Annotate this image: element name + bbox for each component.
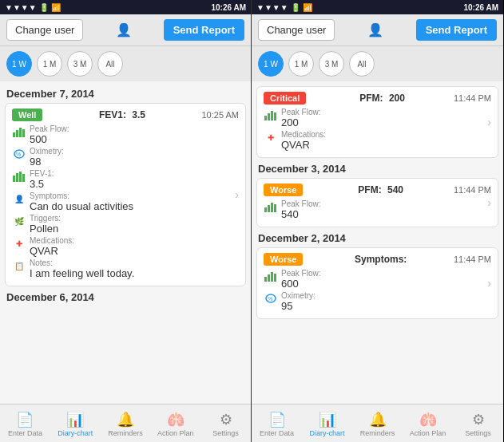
- peak-flow-label: Peak Flow:: [30, 124, 69, 133]
- battery-icon-right: 🔋: [291, 3, 300, 12]
- pfm-label-critical: PFM: 200: [359, 93, 405, 104]
- nav-action-plan-right[interactable]: 🫁 Action Plan: [403, 408, 453, 440]
- filter-1w-right[interactable]: 1 W: [258, 51, 284, 77]
- nav-enter-data-right[interactable]: 📄 Enter Data: [252, 408, 302, 440]
- settings-icon-right: ⚙: [472, 411, 485, 428]
- status-bar-left: ▼▼▼▼ 🔋 📶 10:26 AM: [0, 0, 251, 14]
- filter-1w-left[interactable]: 1 W: [6, 51, 32, 77]
- medications-label: Medications:: [30, 236, 74, 245]
- svg-rect-8: [19, 172, 22, 182]
- card-time-critical: 11:44 PM: [454, 93, 491, 103]
- peak-flow-icon-worse1: [264, 199, 278, 214]
- svg-rect-21: [274, 274, 276, 282]
- bottom-nav-right: 📄 Enter Data 📊 Diary-chart 🔔 Reminders 🫁…: [252, 404, 503, 442]
- medications-icon-critical: ✚: [264, 130, 278, 144]
- peak-flow-label-worse2: Peak Flow:: [281, 269, 320, 278]
- status-time-right: 10:26 AM: [463, 3, 498, 12]
- notes-icon: 📋: [12, 258, 26, 273]
- user-profile-icon-left: 👤: [116, 22, 132, 37]
- fev1-row-content: FEV-1: 3.5: [30, 169, 54, 190]
- filter-all-left[interactable]: All: [97, 51, 123, 77]
- card-header-worse-2: Worse Symptoms: 11:44 PM: [264, 253, 491, 266]
- card-chevron-worse1: ›: [487, 196, 491, 209]
- row-fev1: FEV-1: 3.5: [12, 169, 239, 190]
- oximetry-label: Oximetry:: [30, 147, 64, 156]
- peak-flow-value-worse2: 600: [281, 278, 299, 290]
- signal-icon: ▼▼▼▼: [5, 3, 37, 12]
- content-left[interactable]: December 7, 2014 Well FEV1: 3.5 10:25 AM…: [0, 81, 251, 404]
- nav-reminders-right[interactable]: 🔔 Reminders: [352, 408, 403, 440]
- date-dec2: December 2, 2014: [252, 229, 503, 246]
- action-plan-label-left: Action Plan: [157, 429, 194, 437]
- peak-flow-icon: [12, 124, 26, 139]
- card-header-critical: Critical PFM: 200 11:44 PM: [264, 92, 491, 105]
- row-medications: ✚ Medications: QVAR: [12, 236, 239, 257]
- change-user-button-left[interactable]: Change user: [6, 19, 83, 41]
- filter-3m-left[interactable]: 3 M: [67, 51, 93, 77]
- nav-diary-chart-left[interactable]: 📊 Diary-chart: [50, 408, 101, 440]
- svg-rect-9: [22, 174, 25, 182]
- reminders-icon-left: 🔔: [117, 411, 134, 428]
- entry-card-worse-2[interactable]: Worse Symptoms: 11:44 PM Peak Flow: 600 …: [256, 247, 498, 319]
- peak-flow-content-critical: Peak Flow: 200: [281, 108, 320, 128]
- status-badge-critical: Critical: [264, 92, 306, 105]
- svg-rect-18: [264, 277, 267, 282]
- triggers-icon: 🌿: [12, 214, 26, 228]
- action-plan-label-right: Action Plan: [410, 429, 446, 437]
- pfm-label-worse2: Symptoms:: [355, 254, 407, 265]
- change-user-button-right[interactable]: Change user: [258, 19, 335, 41]
- nav-settings-left[interactable]: ⚙ Settings: [200, 408, 251, 440]
- card-chevron-left: ›: [235, 188, 239, 201]
- change-user-label-right: Change user: [267, 24, 326, 36]
- card-header-worse-1: Worse PFM: 540 11:44 PM: [264, 184, 491, 196]
- symptoms-content: Symptoms: Can do usual activities: [30, 191, 133, 212]
- oximetry-icon-worse2: %: [264, 291, 278, 306]
- row-medications-critical: ✚ Medications: QVAR: [264, 130, 491, 151]
- card-time-worse1: 11:44 PM: [454, 185, 491, 195]
- fev1-row-value: 3.5: [30, 178, 44, 190]
- nav-settings-right[interactable]: ⚙ Settings: [453, 408, 503, 440]
- svg-text:%: %: [268, 296, 272, 302]
- action-plan-icon-left: 🫁: [167, 411, 185, 428]
- status-badge-worse-1: Worse: [264, 184, 303, 196]
- send-report-label-right: Send Report: [426, 24, 487, 36]
- svg-rect-12: [271, 111, 273, 120]
- medications-content: Medications: QVAR: [30, 236, 74, 257]
- change-user-label-left: Change user: [15, 24, 74, 36]
- entry-card-worse-1[interactable]: Worse PFM: 540 11:44 PM Peak Flow: 540 ›: [256, 178, 498, 227]
- peak-flow-value-worse1: 540: [281, 208, 299, 220]
- peak-flow-icon-worse2: [264, 269, 278, 283]
- filter-all-right[interactable]: All: [349, 51, 375, 77]
- status-bar-right: ▼▼▼▼ 🔋 📶 10:26 AM: [252, 0, 503, 14]
- entry-card-well[interactable]: Well FEV1: 3.5 10:25 AM Peak Flow: 500 %: [5, 103, 246, 286]
- svg-rect-13: [274, 112, 276, 120]
- svg-rect-10: [264, 116, 267, 120]
- svg-rect-17: [274, 204, 276, 212]
- filter-tabs-left: 1 W 1 M 3 M All: [0, 46, 251, 81]
- nav-reminders-left[interactable]: 🔔 Reminders: [101, 408, 151, 440]
- oximetry-value-worse2: 95: [281, 300, 292, 312]
- notes-value: I am feeling well today.: [30, 267, 134, 279]
- pfm-label-worse1: PFM: 540: [358, 184, 403, 195]
- filter-3m-right[interactable]: 3 M: [319, 51, 344, 77]
- card-time-worse2: 11:44 PM: [454, 255, 491, 264]
- nav-enter-data-left[interactable]: 📄 Enter Data: [0, 408, 50, 440]
- entry-card-critical[interactable]: Critical PFM: 200 11:44 PM Peak Flow: 20…: [256, 86, 498, 158]
- filter-1m-right[interactable]: 1 M: [288, 51, 314, 77]
- row-peak-flow-worse1: Peak Flow: 540: [264, 199, 491, 220]
- nav-action-plan-left[interactable]: 🫁 Action Plan: [150, 408, 200, 440]
- filter-1m-left[interactable]: 1 M: [37, 51, 62, 77]
- send-report-button-left[interactable]: Send Report: [164, 19, 244, 41]
- triggers-value: Pollen: [30, 223, 58, 235]
- status-icons-right: ▼▼▼▼ 🔋 📶: [256, 3, 312, 12]
- nav-diary-chart-right[interactable]: 📊 Diary-chart: [302, 408, 352, 440]
- content-right[interactable]: Critical PFM: 200 11:44 PM Peak Flow: 20…: [252, 81, 503, 404]
- card-header-well: Well FEV1: 3.5 10:25 AM: [12, 109, 239, 121]
- card-chevron-critical: ›: [487, 116, 491, 128]
- diary-chart-label-left: Diary-chart: [58, 429, 93, 437]
- diary-chart-icon-right: 📊: [319, 411, 336, 428]
- enter-data-icon-right: 📄: [268, 411, 286, 428]
- filter-tabs-right: 1 W 1 M 3 M All: [252, 46, 503, 81]
- row-notes: 📋 Notes: I am feeling well today.: [12, 258, 239, 279]
- send-report-button-right[interactable]: Send Report: [416, 19, 497, 41]
